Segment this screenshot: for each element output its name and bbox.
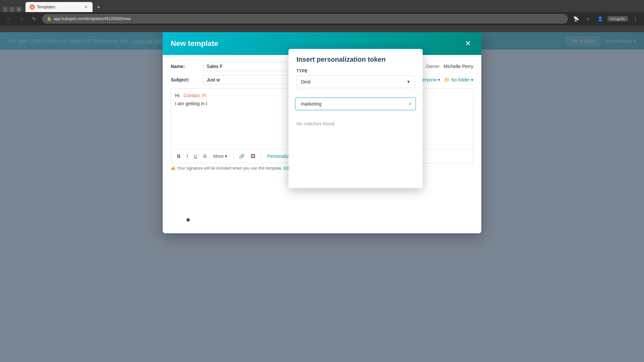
contact-token: Contact: Fi <box>183 93 206 98</box>
token-modal: Insert personalization token Type Contac… <box>288 49 423 188</box>
signature-icon: ✍ <box>171 166 176 171</box>
editor-hi: Hi <box>175 93 179 98</box>
page-content: You have 13 days left in your Sales Hub … <box>0 32 644 362</box>
browser-right-icons: 📡 ☆ 👤 Incognito ⋮ <box>571 14 640 23</box>
link-button[interactable]: 🔗 <box>237 152 247 160</box>
profile-icon[interactable]: 👤 <box>595 14 605 23</box>
menu-icon[interactable]: ⋮ <box>631 14 640 23</box>
strikethrough-button[interactable]: S <box>201 152 208 160</box>
no-matches-text: No matches found <box>288 114 423 133</box>
search-clear-button[interactable]: ✕ <box>408 101 413 107</box>
tab-title: Templates <box>37 5 81 9</box>
folder-badge[interactable]: 📁 No folder ▾ <box>444 77 473 82</box>
reload-button[interactable]: ↻ <box>30 14 39 23</box>
underline-button[interactable]: U <box>192 152 199 160</box>
owner-value: Michelle Perry <box>443 64 473 69</box>
type-select-wrapper: Contact Company Deal Owner Custom ▼ <box>297 75 415 88</box>
new-tab-button[interactable]: + <box>94 3 103 12</box>
forward-button[interactable]: › <box>9 7 15 12</box>
active-tab[interactable]: H Templates ✕ <box>25 2 93 12</box>
toolbar-separator-1 <box>233 153 233 160</box>
tab-bar: ‹ › ▾ H Templates ✕ + <box>0 0 644 12</box>
tab-favicon: H <box>30 4 35 10</box>
token-type-label: Type <box>297 69 415 73</box>
forward-nav-button[interactable]: → <box>17 14 26 23</box>
back-button[interactable]: ‹ <box>3 7 8 12</box>
bold-button[interactable]: B <box>175 152 182 160</box>
tab-close-button[interactable]: ✕ <box>83 4 89 10</box>
cast-icon[interactable]: 📡 <box>571 14 581 23</box>
new-template-title: New template <box>171 39 218 48</box>
owner-label: Owner: <box>426 64 441 69</box>
search-input-container: ✕ <box>295 98 416 110</box>
token-modal-title: Insert personalization token <box>297 56 415 63</box>
form-right-owner: Owner: Michelle Perry <box>426 64 473 69</box>
image-button[interactable]: 🖼 <box>249 152 257 160</box>
address-bar[interactable]: 🔒 app.hubspot.com/templates/45105500/new <box>42 14 568 23</box>
name-label: Name: <box>171 64 198 69</box>
address-bar-row: ← → ↻ 🔒 app.hubspot.com/templates/451055… <box>0 12 644 25</box>
token-list-area: No matches found <box>288 114 423 188</box>
modal-close-button[interactable]: ✕ <box>463 38 473 49</box>
search-wrapper: ✕ <box>288 94 423 114</box>
bookmark-icon[interactable]: ☆ <box>583 14 593 23</box>
italic-button[interactable]: I <box>184 152 190 160</box>
back-nav-button[interactable]: ← <box>4 14 13 23</box>
incognito-badge: Incognito <box>607 16 628 21</box>
token-modal-header: Insert personalization token Type Contac… <box>288 49 423 94</box>
dropdown-button[interactable]: ▾ <box>16 7 21 12</box>
toolbar-separator-2 <box>261 153 261 160</box>
browser-chrome: ‹ › ▾ H Templates ✕ + ← → ↻ 🔒 app.hubspo… <box>0 0 644 32</box>
token-search-input[interactable] <box>298 101 408 107</box>
modal-backdrop: New template ✕ Name: Owner: Michelle Per… <box>0 32 644 362</box>
url-text: app.hubspot.com/templates/45105500/new <box>54 16 131 21</box>
more-dropdown[interactable]: More ▾ <box>210 152 230 160</box>
type-select[interactable]: Contact Company Deal Owner Custom <box>297 75 415 88</box>
subject-label: Subject: <box>171 77 198 82</box>
